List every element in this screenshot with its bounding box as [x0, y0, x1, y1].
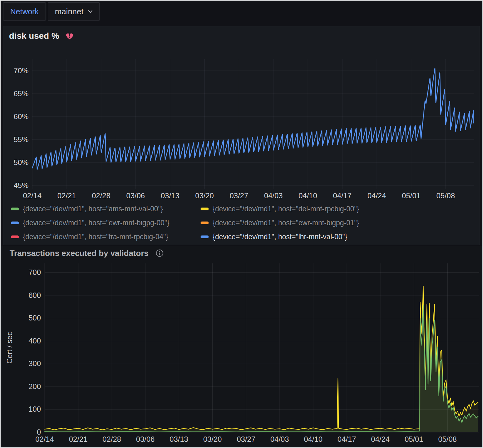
gridlines — [32, 59, 474, 189]
y-axis-title: Cert / sec — [5, 332, 14, 364]
x-tick-label: 04/17 — [333, 191, 352, 200]
disk-used-legend: {device="/dev/md1", host="ams-mnt-val-00… — [11, 202, 477, 244]
legend-label: {device="/dev/md1", host="fra-mnt-rpcbig… — [23, 233, 168, 241]
x-tick-label: 03/13 — [161, 191, 179, 200]
x-tick-label: 02/21 — [57, 191, 76, 200]
x-tick-label: 04/03 — [270, 435, 289, 443]
y-tick-label: 300 — [29, 359, 41, 368]
x-tick-label: 04/10 — [304, 435, 322, 443]
legend-swatch — [201, 208, 209, 210]
chevron-down-icon — [88, 10, 93, 13]
disk-used-chart[interactable]: 45%50%55%60%65%70%02/1402/2102/2803/0603… — [3, 44, 480, 203]
x-tick-label: 03/06 — [126, 191, 145, 200]
alert-heart-break-icon — [65, 32, 74, 40]
series-line-validator-certs-green — [45, 305, 478, 431]
y-tick-label: 70% — [14, 66, 29, 75]
x-tick-label: 02/28 — [92, 191, 110, 200]
legend-label: {device="/dev/md1", host="ewr-mnt-bigpg-… — [213, 219, 359, 227]
y-tick-label: 55% — [14, 135, 29, 144]
legend-item[interactable]: {device="/dev/md1", host="ewr-mnt-bigpg-… — [201, 216, 477, 230]
series-area-validator-certs-yellow — [45, 286, 478, 432]
x-tick-label: 03/20 — [195, 191, 214, 200]
legend-swatch — [11, 235, 19, 238]
y-tick-label: 600 — [29, 291, 41, 299]
network-variable-dropdown[interactable]: mainnet — [48, 2, 100, 20]
x-tick-label: 05/08 — [436, 191, 455, 200]
legend-item[interactable]: {device="/dev/md1", host="ams-mnt-val-00… — [11, 202, 201, 216]
x-tick-label: 03/13 — [170, 435, 188, 443]
x-tick-label: 03/06 — [136, 435, 155, 443]
legend-swatch — [201, 222, 209, 224]
legend-swatch — [201, 235, 209, 238]
gridlines — [45, 263, 479, 432]
panel-disk-header: disk used % — [9, 29, 74, 43]
variable-value: mainnet — [55, 7, 84, 16]
legend-swatch — [11, 222, 19, 224]
y-tick-label: 65% — [14, 89, 29, 98]
x-tick-label: 02/28 — [103, 435, 121, 443]
x-tick-label: 03/27 — [230, 191, 248, 200]
panel-transactions: Transactions executed by validators 0100… — [1, 246, 482, 447]
y-tick-label: 45% — [14, 181, 29, 190]
panel-disk-used: disk used % 45%50%55%60%65%70%02/1402/21… — [3, 26, 480, 245]
y-tick-label: 700 — [29, 268, 41, 276]
grafana-dashboard: Network mainnet disk used % 45%50%55%60%… — [0, 0, 483, 448]
y-tick-label: 200 — [29, 382, 41, 391]
x-tick-label: 02/14 — [35, 435, 54, 443]
x-tick-label: 02/14 — [23, 191, 42, 200]
y-tick-label: 60% — [14, 112, 29, 121]
panel-title-transactions[interactable]: Transactions executed by validators — [10, 249, 148, 258]
legend-item[interactable]: {device="/dev/md1", host="lhr-mnt-val-00… — [201, 230, 477, 244]
x-tick-label: 03/20 — [203, 435, 222, 443]
series-line-{device="/dev/md1", host="lhr-mnt-val-00"} — [32, 68, 474, 169]
legend-item[interactable]: {device="/dev/md1", host="del-mnt-rpcbig… — [201, 202, 477, 216]
x-tick-label: 02/21 — [69, 435, 87, 443]
variable-label: Network — [10, 7, 39, 16]
legend-label: {device="/dev/md1", host="lhr-mnt-val-00… — [213, 233, 347, 241]
axis-labels: 010020030040050060070002/1402/2102/2803/… — [5, 268, 457, 443]
y-tick-label: 100 — [29, 405, 41, 413]
transactions-chart[interactable]: 010020030040050060070002/1402/2102/2803/… — [1, 257, 483, 447]
y-tick-label: 400 — [29, 337, 41, 345]
x-tick-label: 03/27 — [237, 435, 255, 443]
x-tick-label: 04/03 — [264, 191, 283, 200]
x-tick-label: 04/24 — [371, 435, 390, 443]
x-tick-label: 04/24 — [367, 191, 386, 200]
x-tick-label: 05/08 — [438, 435, 457, 443]
x-tick-label: 04/10 — [299, 191, 317, 200]
x-tick-label: 05/01 — [402, 191, 420, 200]
panel-title-disk-used[interactable]: disk used % — [9, 31, 59, 41]
legend-label: {device="/dev/md1", host="ewr-mnt-bigpg-… — [23, 219, 169, 227]
x-tick-label: 04/17 — [338, 435, 356, 443]
legend-swatch — [11, 208, 19, 210]
legend-item[interactable]: {device="/dev/md1", host="ewr-mnt-bigpg-… — [11, 216, 201, 230]
legend-item[interactable]: {device="/dev/md1", host="fra-mnt-rpcbig… — [11, 230, 201, 244]
y-tick-label: 50% — [14, 158, 29, 167]
info-icon[interactable] — [155, 249, 164, 258]
x-tick-label: 05/01 — [405, 435, 423, 443]
series-line-validator-certs-yellow — [45, 286, 478, 430]
y-tick-label: 500 — [29, 314, 41, 322]
legend-label: {device="/dev/md1", host="ams-mnt-val-00… — [23, 205, 163, 213]
series-area-validator-certs-green — [45, 305, 478, 432]
variable-label-box: Network — [3, 2, 46, 20]
legend-label: {device="/dev/md1", host="del-mnt-rpcbig… — [213, 205, 359, 213]
